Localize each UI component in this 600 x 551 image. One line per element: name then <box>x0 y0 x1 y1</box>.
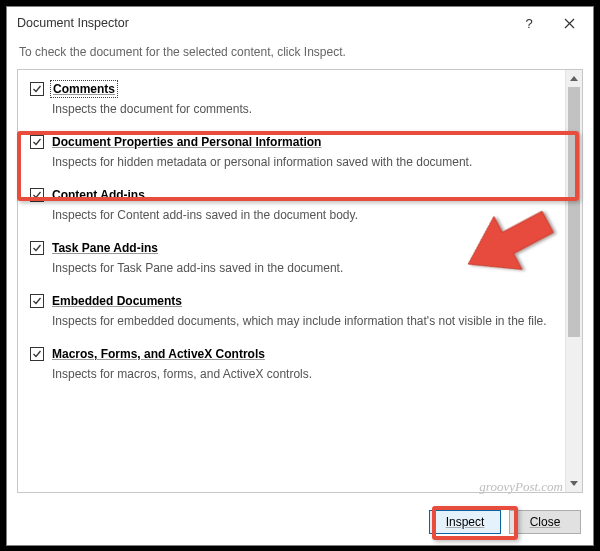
inspector-item-content-addins: Content Add-ins Inspects for Content add… <box>26 182 559 235</box>
scroll-up-icon[interactable] <box>566 70 582 87</box>
checkmark-icon <box>32 296 42 306</box>
dialog-title: Document Inspector <box>17 16 509 30</box>
scroll-down-icon[interactable] <box>566 475 582 492</box>
scrollbar[interactable] <box>565 70 582 492</box>
item-label[interactable]: Embedded Documents <box>52 294 182 308</box>
item-label[interactable]: Content Add-ins <box>52 188 145 202</box>
titlebar: Document Inspector ? <box>7 7 593 39</box>
checkmark-icon <box>32 137 42 147</box>
item-desc: Inspects for Content add-ins saved in th… <box>52 208 555 222</box>
inspector-item-macros: Macros, Forms, and ActiveX Controls Insp… <box>26 341 559 394</box>
close-window-button[interactable] <box>549 9 589 37</box>
inspector-list-container: Comments Inspects the document for comme… <box>17 69 583 493</box>
checkmark-icon <box>32 349 42 359</box>
inspector-item-embedded-docs: Embedded Documents Inspects for embedded… <box>26 288 559 341</box>
checkbox-macros[interactable] <box>30 347 44 361</box>
checkmark-icon <box>32 84 42 94</box>
screenshot-frame: Document Inspector ? To check the docume… <box>0 0 600 551</box>
checkmark-icon <box>32 243 42 253</box>
checkbox-taskpane-addins[interactable] <box>30 241 44 255</box>
inspector-item-comments: Comments Inspects the document for comme… <box>26 76 559 129</box>
item-label[interactable]: Task Pane Add-ins <box>52 241 158 255</box>
inspect-button[interactable]: Inspect <box>429 510 501 534</box>
inspector-item-properties: Document Properties and Personal Informa… <box>26 129 559 182</box>
checkbox-embedded-docs[interactable] <box>30 294 44 308</box>
item-desc: Inspects for embedded documents, which m… <box>52 314 555 328</box>
item-label[interactable]: Comments <box>52 82 116 96</box>
checkmark-icon <box>32 190 42 200</box>
checkbox-comments[interactable] <box>30 82 44 96</box>
close-button[interactable]: Close <box>509 510 581 534</box>
item-desc: Inspects for macros, forms, and ActiveX … <box>52 367 555 381</box>
scrollbar-thumb[interactable] <box>568 87 580 337</box>
item-desc: Inspects for hidden metadata or personal… <box>52 155 555 169</box>
item-label[interactable]: Document Properties and Personal Informa… <box>52 135 321 149</box>
close-icon <box>564 18 575 29</box>
checkbox-content-addins[interactable] <box>30 188 44 202</box>
item-label[interactable]: Macros, Forms, and ActiveX Controls <box>52 347 265 361</box>
item-desc: Inspects for Task Pane add-ins saved in … <box>52 261 555 275</box>
help-button[interactable]: ? <box>509 9 549 37</box>
dialog-subtitle: To check the document for the selected c… <box>7 39 593 69</box>
inspector-item-taskpane-addins: Task Pane Add-ins Inspects for Task Pane… <box>26 235 559 288</box>
document-inspector-dialog: Document Inspector ? To check the docume… <box>6 6 594 546</box>
checkbox-properties[interactable] <box>30 135 44 149</box>
dialog-button-row: Inspect Close <box>7 499 593 545</box>
item-desc: Inspects the document for comments. <box>52 102 555 116</box>
inspector-list: Comments Inspects the document for comme… <box>18 70 565 492</box>
